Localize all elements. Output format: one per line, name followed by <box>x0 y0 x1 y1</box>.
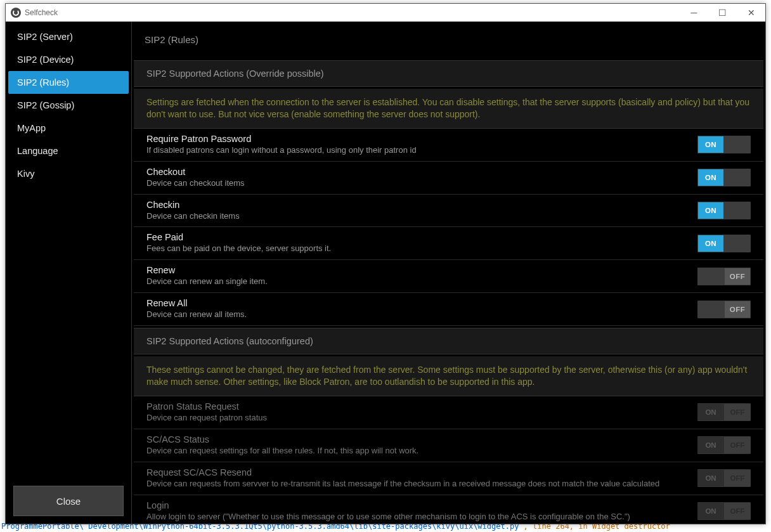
setting-row: Request SC/ACS ResendDevice can requests… <box>134 462 763 495</box>
setting-description: Device can checkout items <box>146 178 685 189</box>
maximize-button[interactable]: ☐ <box>708 4 737 22</box>
sidebar-item-kivy[interactable]: Kivy <box>8 162 129 185</box>
setting-row: CheckinDevice can checkin itemsON <box>134 195 763 228</box>
sidebar-item-sip2-gossip[interactable]: SIP2 (Gossip) <box>8 94 129 117</box>
toggle-switch[interactable]: ON <box>697 169 751 186</box>
section-header-autoconfigured: SIP2 Supported Actions (autoconfigured) <box>134 328 763 354</box>
window-title: Selfcheck <box>25 8 58 17</box>
setting-description: Device can requests from servver to re-t… <box>146 479 685 490</box>
sidebar-item-sip2-rules[interactable]: SIP2 (Rules) <box>8 71 129 94</box>
toggle-switch[interactable]: OFF <box>697 301 751 318</box>
setting-description: Device can request settings for all thes… <box>146 446 685 457</box>
toggle-switch-disabled: ONOFF <box>697 436 751 454</box>
setting-description: Device can checkin items <box>146 211 685 222</box>
setting-row: CheckoutDevice can checkout itemsON <box>134 162 763 195</box>
sidebar-item-sip2-server[interactable]: SIP2 (Server) <box>8 25 129 48</box>
page-title: SIP2 (Rules) <box>132 22 765 60</box>
close-button[interactable]: Close <box>13 486 124 516</box>
setting-description: Fees can be paid on the device, server s… <box>146 243 685 254</box>
toggle-switch[interactable]: ON <box>697 202 751 219</box>
setting-label: Login <box>146 500 685 510</box>
app-icon <box>11 8 21 18</box>
setting-row: RenewDevice can renew an single item.OFF <box>134 260 763 293</box>
toggle-switch-disabled: ONOFF <box>697 502 751 520</box>
setting-description: If disabled patrons can login without a … <box>146 145 685 156</box>
titlebar[interactable]: Selfcheck ─ ☐ ✕ <box>6 4 765 22</box>
toggle-switch-disabled: ONOFF <box>697 403 751 421</box>
setting-label: SC/ACS Status <box>146 434 685 444</box>
setting-description: Allow login to server ("Whether to use t… <box>146 512 685 522</box>
app-window: Selfcheck ─ ☐ ✕ SIP2 (Server)SIP2 (Devic… <box>5 3 766 524</box>
setting-row: Renew AllDevice can renew all items.OFF <box>134 293 763 326</box>
toggle-switch-disabled: ONOFF <box>697 469 751 487</box>
setting-label: Renew <box>146 265 685 275</box>
close-window-button[interactable]: ✕ <box>737 4 765 22</box>
sidebar-item-sip2-device[interactable]: SIP2 (Device) <box>8 48 129 71</box>
setting-label: Checkout <box>146 167 685 177</box>
section-info-autoconfigured: These settings cannot be changed, they a… <box>134 356 763 396</box>
content-panel[interactable]: SIP2 (Rules) SIP2 Supported Actions (Ove… <box>131 22 765 524</box>
setting-label: Request SC/ACS Resend <box>146 467 685 477</box>
toggle-switch[interactable]: ON <box>697 235 751 252</box>
setting-description: Device can request patron status <box>146 413 685 424</box>
setting-row: LoginAllow login to server ("Whether to … <box>134 495 763 524</box>
setting-description: Device can renew an single item. <box>146 276 685 287</box>
toggle-switch[interactable]: OFF <box>697 268 751 285</box>
setting-description: Device can renew all items. <box>146 309 685 320</box>
minimize-button[interactable]: ─ <box>680 4 708 22</box>
setting-row: Fee PaidFees can be paid on the device, … <box>134 227 763 260</box>
setting-label: Require Patron Password <box>146 134 685 144</box>
sidebar: SIP2 (Server)SIP2 (Device)SIP2 (Rules)SI… <box>6 22 131 524</box>
setting-label: Renew All <box>146 298 685 308</box>
toggle-switch[interactable]: ON <box>697 136 751 153</box>
setting-row: SC/ACS StatusDevice can request settings… <box>134 429 763 462</box>
setting-label: Patron Status Request <box>146 401 685 412</box>
setting-row: Patron Status RequestDevice can request … <box>134 396 763 429</box>
section-info-override: Settings are fetched when the connection… <box>134 89 763 129</box>
sidebar-item-myapp[interactable]: MyApp <box>8 117 129 139</box>
setting-label: Checkin <box>146 200 685 210</box>
setting-label: Fee Paid <box>146 232 685 242</box>
setting-row: Require Patron PasswordIf disabled patro… <box>134 129 763 162</box>
sidebar-item-language[interactable]: Language <box>8 139 129 162</box>
section-header-override: SIP2 Supported Actions (Override possibl… <box>134 60 763 87</box>
